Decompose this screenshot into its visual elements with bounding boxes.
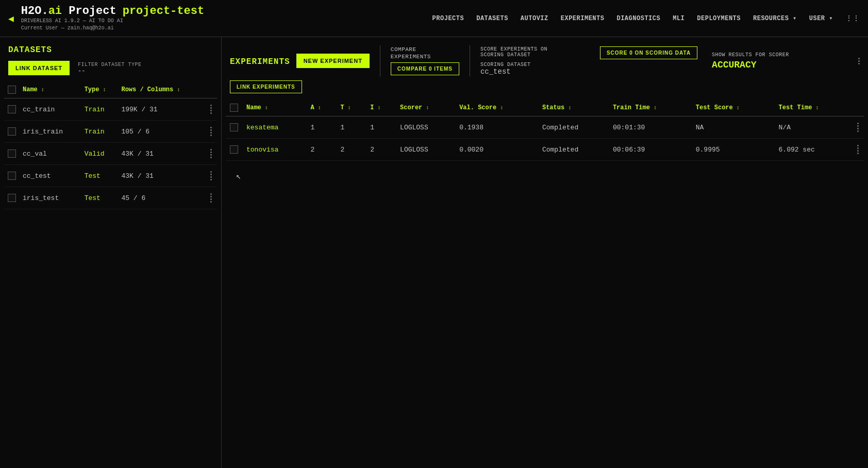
exp-sort-a-icon[interactable]: ↕: [318, 105, 321, 111]
exp-actions-1[interactable]: [852, 139, 864, 161]
dataset-dots-icon-1[interactable]: [208, 127, 214, 136]
divider-1: [380, 45, 380, 76]
exp-t-0: 1: [336, 116, 366, 139]
exp-sort-test-time-icon[interactable]: ↕: [816, 105, 819, 111]
exp-sort-val-icon[interactable]: ↕: [500, 105, 503, 111]
exp-sort-t-icon[interactable]: ↕: [348, 105, 351, 111]
exp-sort-test-score-icon[interactable]: ↕: [737, 105, 740, 111]
dataset-checkbox-4[interactable]: [8, 194, 16, 202]
dataset-dots-icon-3[interactable]: [208, 171, 214, 180]
col-type[interactable]: Type ↕: [81, 81, 119, 98]
exp-col-t[interactable]: T ↕: [336, 99, 366, 116]
link-experiments-button[interactable]: LINK EXPERIMENTS: [230, 80, 302, 93]
sort-rows-icon[interactable]: ↕: [177, 87, 180, 93]
exp-val-score-1: 0.0020: [455, 139, 538, 161]
nav-experiments[interactable]: EXPERIMENTS: [561, 15, 605, 22]
dataset-checkbox-3[interactable]: [8, 172, 16, 180]
nav-autoviz[interactable]: AUTOVIZ: [521, 15, 548, 22]
dataset-checkbox-cell[interactable]: [4, 121, 20, 143]
col-rows-cols[interactable]: Rows / Columns ↕: [118, 81, 205, 98]
nav-projects[interactable]: PROJECTS: [432, 15, 464, 22]
dataset-actions-1[interactable]: [205, 121, 217, 143]
filter-block: FILTER DATASET TYPE --: [78, 62, 142, 75]
exp-sort-i-icon[interactable]: ↕: [378, 105, 381, 111]
exp-col-i[interactable]: I ↕: [366, 99, 396, 116]
sort-name-icon[interactable]: ↕: [41, 87, 44, 93]
dataset-name-2[interactable]: cc_val: [20, 143, 81, 165]
header-left: ◀ H2O.ai Project project-test DRIVERLESS…: [8, 5, 235, 32]
dataset-checkbox-cell[interactable]: [4, 143, 20, 165]
new-experiment-button[interactable]: NEW EXPERIMENT: [296, 54, 370, 68]
dataset-checkbox-2[interactable]: [8, 149, 16, 158]
exp-select-all-checkbox[interactable]: [230, 104, 238, 112]
dataset-dots-icon-0[interactable]: [208, 105, 214, 114]
exp-col-a[interactable]: A ↕: [307, 99, 337, 116]
dataset-checkbox-cell[interactable]: [4, 187, 20, 209]
exp-dots-icon-0[interactable]: [856, 123, 860, 132]
exp-col-status[interactable]: Status ↕: [538, 99, 609, 116]
dataset-name-0[interactable]: cc_train: [20, 98, 81, 121]
exp-select-all-header[interactable]: [226, 99, 242, 116]
dataset-rows-cols-2: 43K / 31: [118, 143, 205, 165]
exp-sort-name-icon[interactable]: ↕: [265, 105, 268, 111]
dataset-checkbox-1[interactable]: [8, 127, 16, 136]
column-options-icon[interactable]: [858, 58, 860, 64]
exp-dots-icon-1[interactable]: [856, 145, 860, 154]
exp-name-1[interactable]: tonovisa: [242, 139, 307, 161]
dataset-row: cc_val Valid 43K / 31: [4, 143, 217, 165]
show-results-value: ACCURACY: [712, 60, 789, 70]
grid-icon[interactable]: ⋮⋮: [845, 14, 860, 23]
compare-items-button[interactable]: COMPARE 0 ITEMS: [391, 62, 459, 75]
nav-diagnostics[interactable]: DIAGNOSTICS: [616, 15, 660, 22]
header: ◀ H2O.ai Project project-test DRIVERLESS…: [0, 0, 868, 37]
exp-checkbox-cell-1[interactable]: [226, 139, 242, 161]
sort-type-icon[interactable]: ↕: [103, 87, 106, 93]
exp-sort-train-icon[interactable]: ↕: [654, 105, 657, 111]
exp-checkbox-1[interactable]: [230, 145, 238, 154]
dataset-name-4[interactable]: iris_test: [20, 187, 81, 209]
col-name[interactable]: Name ↕: [20, 81, 81, 98]
exp-col-scorer[interactable]: Scorer ↕: [396, 99, 455, 116]
nav-deployments[interactable]: DEPLOYMENTS: [697, 15, 741, 22]
exp-val-score-0: 0.1938: [455, 116, 538, 139]
nav-datasets[interactable]: DATASETS: [476, 15, 508, 22]
exp-col-name[interactable]: Name ↕: [242, 99, 307, 116]
exp-actions-0[interactable]: [852, 116, 864, 139]
select-all-checkbox[interactable]: [8, 86, 16, 94]
dataset-checkbox-cell[interactable]: [4, 165, 20, 187]
dataset-actions-0[interactable]: [205, 98, 217, 121]
logo-h2o: H2O.ai Project: [21, 5, 116, 18]
exp-a-0: 1: [307, 116, 337, 139]
cursor-pointer-icon: ↖: [236, 172, 241, 181]
dataset-actions-2[interactable]: [205, 143, 217, 165]
dataset-actions-3[interactable]: [205, 165, 217, 187]
exp-col-test-score[interactable]: Test Score ↕: [692, 99, 775, 116]
scoring-section: SCORE EXPERIMENTS ON SCORING DATASET SCO…: [480, 46, 594, 76]
dataset-row: cc_train Train 199K / 31: [4, 98, 217, 121]
select-all-header[interactable]: [4, 81, 20, 98]
dataset-name-1[interactable]: iris_train: [20, 121, 81, 143]
link-dataset-button[interactable]: LINK DATASET: [8, 61, 70, 75]
nav-user[interactable]: USER ▾: [809, 14, 833, 22]
exp-col-actions-header: [852, 99, 864, 116]
nav-mli[interactable]: MLI: [673, 15, 685, 22]
nav-resources[interactable]: RESOURCES ▾: [753, 14, 797, 22]
back-arrow-icon[interactable]: ◀: [8, 13, 14, 24]
subtitle-line1: DRIVERLESS AI 1.9.2 — AI TO DO AI: [21, 18, 204, 25]
exp-col-test-time[interactable]: Test Time ↕: [775, 99, 852, 116]
exp-checkbox-cell-0[interactable]: [226, 116, 242, 139]
exp-checkbox-0[interactable]: [230, 123, 238, 131]
exp-col-train-time[interactable]: Train Time ↕: [609, 99, 692, 116]
exp-name-0[interactable]: kesatema: [242, 116, 307, 139]
exp-sort-status-icon[interactable]: ↕: [568, 105, 571, 111]
dataset-name-3[interactable]: cc_test: [20, 165, 81, 187]
exp-sort-scorer-icon[interactable]: ↕: [426, 105, 429, 111]
dataset-actions-4[interactable]: [205, 187, 217, 209]
dataset-checkbox-cell[interactable]: [4, 98, 20, 121]
datasets-table: Name ↕ Type ↕ Rows / Columns ↕: [4, 81, 217, 209]
dataset-dots-icon-2[interactable]: [208, 149, 214, 158]
dataset-checkbox-0[interactable]: [8, 105, 16, 113]
exp-col-val-score[interactable]: Val. Score ↕: [455, 99, 538, 116]
dataset-dots-icon-4[interactable]: [208, 193, 214, 203]
score-on-scoring-button[interactable]: SCORE 0 ON SCORING DATA: [600, 46, 697, 59]
